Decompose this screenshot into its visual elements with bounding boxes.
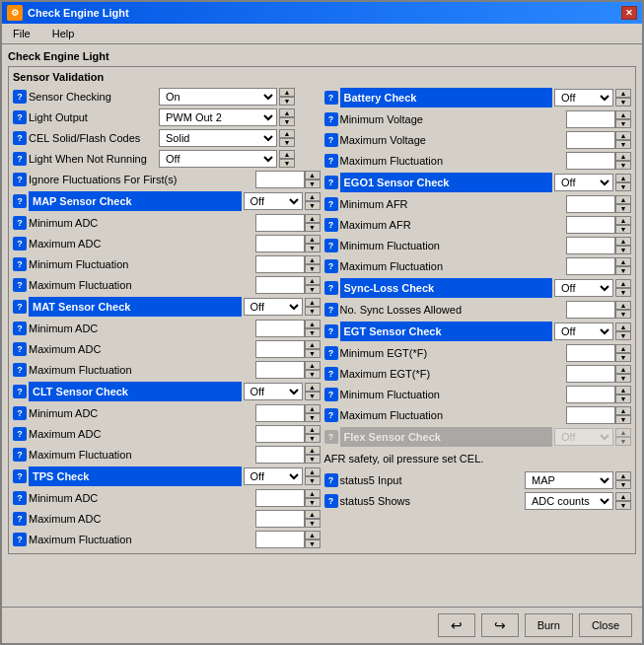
mat-max-adc-help[interactable]: ? [13,342,27,356]
light-output-help[interactable]: ? [13,110,27,124]
map-min-fluct-up[interactable]: ▲ [305,255,321,264]
tps-max-adc-input[interactable]: 1023 [255,510,305,528]
clt-sensor-select[interactable]: Off [244,383,303,400]
sensor-checking-help[interactable]: ? [13,90,27,104]
tps-check-help[interactable]: ? [13,469,27,483]
mat-min-adc-down[interactable]: ▼ [305,328,321,337]
clt-sensor-up[interactable]: ▲ [305,383,321,392]
tps-max-fluct-input[interactable]: 7000 [255,531,305,548]
status5-shows-help[interactable]: ? [324,494,338,508]
undo-button[interactable]: ↩ [438,613,475,637]
window-close-button[interactable]: ✕ [621,6,637,20]
ego1-min-fluct-input[interactable]: 10 [566,237,615,254]
clt-min-adc-down[interactable]: ▼ [305,413,321,422]
max-voltage-up[interactable]: ▲ [615,131,631,140]
redo-button[interactable]: ↪ [481,613,519,637]
ego1-check-select[interactable]: Off [554,174,613,191]
sensor-checking-select[interactable]: OnOff [159,88,277,106]
map-max-adc-help[interactable]: ? [13,237,27,251]
map-max-fluct-up[interactable]: ▲ [305,276,321,285]
mat-min-adc-help[interactable]: ? [13,322,27,335]
sync-loss-up[interactable]: ▲ [615,279,631,288]
no-sync-up[interactable]: ▲ [615,301,631,310]
clt-max-fluct-help[interactable]: ? [13,448,27,462]
max-voltage-input[interactable]: 23.0 [566,131,615,149]
mat-sensor-help[interactable]: ? [13,300,27,314]
egt-min-fluct-input[interactable]: 0 [566,386,615,403]
min-afr-down[interactable]: ▼ [615,204,631,213]
ego1-min-fluct-help[interactable]: ? [324,239,338,252]
mat-max-adc-up[interactable]: ▲ [305,340,321,349]
tps-min-adc-input[interactable]: 0 [255,489,305,507]
tps-max-fluct-down[interactable]: ▼ [305,539,321,548]
min-egt-down[interactable]: ▼ [615,353,631,362]
max-afr-up[interactable]: ▲ [615,216,631,225]
no-sync-down[interactable]: ▼ [615,310,631,319]
clt-sensor-down[interactable]: ▼ [305,392,321,400]
ego1-max-fluct-input[interactable]: 2000 [566,257,615,275]
light-not-running-down[interactable]: ▼ [279,159,295,168]
status5-input-help[interactable]: ? [324,473,338,487]
tps-min-adc-help[interactable]: ? [13,491,27,505]
light-not-running-select[interactable]: OffOn [159,150,277,168]
mat-sensor-select[interactable]: Off [244,298,303,316]
min-egt-help[interactable]: ? [324,346,338,360]
map-min-fluct-input[interactable]: 0 [255,255,305,273]
map-min-adc-down[interactable]: ▼ [305,223,321,232]
cel-solid-down[interactable]: ▼ [279,138,295,147]
mat-max-fluct-help[interactable]: ? [13,363,27,377]
egt-min-fluct-up[interactable]: ▲ [615,386,631,394]
egt-check-up[interactable]: ▲ [615,322,631,331]
egt-max-fluct-help[interactable]: ? [324,408,338,422]
mat-max-adc-input[interactable]: 1018 [255,340,305,358]
battery-max-fluct-help[interactable]: ? [324,154,338,168]
map-min-fluct-down[interactable]: ▼ [305,264,321,273]
min-afr-help[interactable]: ? [324,197,338,211]
egt-min-fluct-down[interactable]: ▼ [615,394,631,403]
ego1-check-down[interactable]: ▼ [615,182,631,191]
burn-button[interactable]: Burn [525,613,573,637]
ego1-max-fluct-up[interactable]: ▲ [615,257,631,266]
min-egt-input[interactable]: -40.0 [566,344,615,362]
no-sync-help[interactable]: ? [324,303,338,317]
map-min-adc-help[interactable]: ? [13,216,27,230]
cel-solid-select[interactable]: SolidFlash [159,129,277,147]
egt-check-select[interactable]: Off [554,322,613,340]
battery-check-up[interactable]: ▲ [615,89,631,98]
battery-check-select[interactable]: Off [554,89,613,107]
min-voltage-help[interactable]: ? [324,112,338,126]
status5-input-select[interactable]: MAP [525,471,613,489]
min-voltage-down[interactable]: ▼ [615,119,631,128]
mat-min-adc-input[interactable]: 5 [255,320,305,337]
sensor-checking-up[interactable]: ▲ [279,88,295,97]
max-egt-up[interactable]: ▲ [615,365,631,374]
cel-solid-help[interactable]: ? [13,131,27,145]
mat-max-fluct-input[interactable]: 1500 [255,361,305,379]
status5-shows-down[interactable]: ▼ [615,501,631,510]
min-afr-input[interactable]: 8.5 [566,195,615,213]
max-egt-help[interactable]: ? [324,367,338,381]
egt-max-fluct-input[interactable]: 10000 [566,406,615,424]
min-afr-up[interactable]: ▲ [615,195,631,204]
map-min-fluct-help[interactable]: ? [13,257,27,271]
ignore-fluct-help[interactable]: ? [13,173,27,186]
map-min-adc-input[interactable]: 0 [255,214,305,232]
sensor-checking-down[interactable]: ▼ [279,97,295,106]
clt-max-fluct-input[interactable]: 1000 [255,446,305,464]
battery-max-fluct-down[interactable]: ▼ [615,161,631,170]
light-not-running-help[interactable]: ? [13,152,27,166]
egt-max-fluct-up[interactable]: ▲ [615,406,631,415]
max-afr-input[interactable]: 22.0 [566,216,615,234]
tps-max-fluct-help[interactable]: ? [13,533,27,546]
ego1-min-fluct-down[interactable]: ▼ [615,246,631,254]
clt-max-adc-down[interactable]: ▼ [305,434,321,443]
clt-max-fluct-down[interactable]: ▼ [305,455,321,464]
light-output-select[interactable]: PWM Out 2 [159,108,277,126]
map-sensor-help[interactable]: ? [13,194,27,208]
mat-max-adc-down[interactable]: ▼ [305,349,321,358]
battery-check-help[interactable]: ? [324,91,338,105]
max-afr-down[interactable]: ▼ [615,225,631,234]
clt-sensor-help[interactable]: ? [13,385,27,398]
light-output-down[interactable]: ▼ [279,117,295,126]
max-afr-help[interactable]: ? [324,218,338,232]
